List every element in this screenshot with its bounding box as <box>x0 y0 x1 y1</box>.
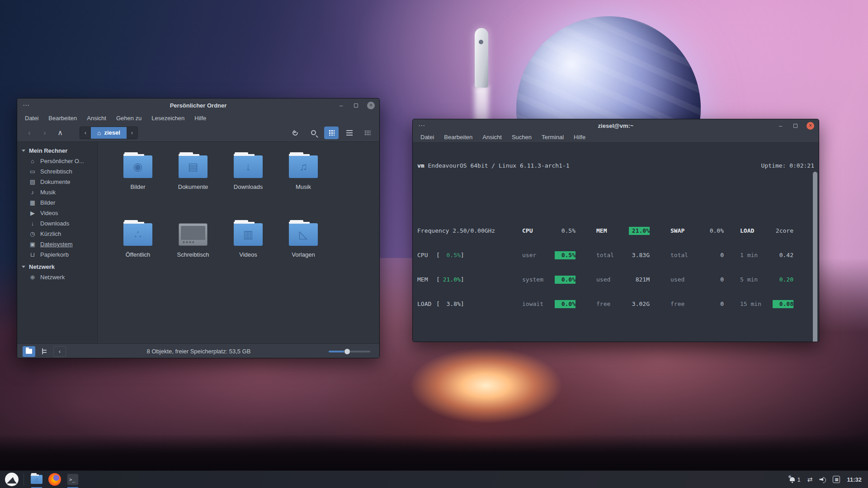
menu-item[interactable]: Terminal <box>538 133 568 141</box>
maximize-button[interactable] <box>792 122 799 130</box>
file-item[interactable]: ↓ Downloads <box>221 151 276 209</box>
sidebar-item[interactable]: ⊔ Papierkorb <box>17 249 97 260</box>
sidebar-item-icon: ▤ <box>29 178 36 185</box>
status-text: 8 Objekte, freier Speicherplatz: 53,5 GB <box>69 348 329 355</box>
window-title: Persönlicher Ordner <box>17 102 379 109</box>
treeview-toggle-button[interactable] <box>38 346 51 357</box>
terminal-titlebar[interactable]: ⋯ ziesel@vm:~ – × <box>413 119 819 132</box>
file-item-label: Videos <box>239 251 257 258</box>
sidebar-item[interactable]: ◷ Kürzlich <box>17 229 97 239</box>
window-menu-icon[interactable]: ⋯ <box>17 101 35 109</box>
minimize-button[interactable]: – <box>777 122 784 130</box>
search-button[interactable] <box>306 127 321 139</box>
menu-item[interactable]: Hilfe <box>570 133 590 141</box>
file-item-label: Dokumente <box>178 183 208 190</box>
home-icon: ⌂ <box>97 129 101 136</box>
taskbar-files-button[interactable]: ⌂ <box>28 471 46 488</box>
menu-item[interactable]: Bearbeiten <box>440 133 476 141</box>
file-item[interactable]: ▥ Videos <box>221 219 276 277</box>
minimize-button[interactable]: – <box>337 102 345 109</box>
sidebar-item[interactable]: ▣ Dateisystem <box>17 239 97 249</box>
hide-sidebar-button[interactable]: ‹ <box>53 346 66 357</box>
network-applet[interactable]: ⇄ <box>807 476 813 483</box>
sidebar-item[interactable]: ⊕ Netzwerk <box>17 272 97 282</box>
terminal-scrollbar[interactable] <box>813 172 817 342</box>
places-toggle-button[interactable] <box>23 346 35 357</box>
forward-button[interactable]: › <box>37 127 52 139</box>
folder-icon <box>26 349 32 354</box>
folder-icon: ♫ <box>289 155 318 178</box>
sidebar-item-label: Schreibtisch <box>40 168 72 175</box>
file-item-label: Downloads <box>234 183 263 190</box>
speaker-icon <box>819 477 826 483</box>
clock[interactable]: 11:32 <box>847 476 862 483</box>
menu-item[interactable]: Datei <box>416 133 438 141</box>
taskbar: ⌂ >_ 1 ⇄ ▦ 11:32 <box>0 470 868 488</box>
maximize-button[interactable] <box>352 102 360 109</box>
window-menu-icon[interactable]: ⋯ <box>413 122 430 130</box>
zoom-slider-knob[interactable] <box>344 348 350 355</box>
menu-item[interactable]: Gehen zu <box>112 114 146 122</box>
menu-item[interactable]: Hilfe <box>190 114 210 122</box>
sidebar-item[interactable]: ↓ Downloads <box>17 218 97 229</box>
volume-applet[interactable] <box>819 477 826 483</box>
file-manager-titlebar[interactable]: ⋯ Persönlicher Ordner – × <box>17 99 379 112</box>
up-button[interactable]: ∧ <box>52 127 68 139</box>
sidebar-item-icon: ▦ <box>29 199 36 206</box>
menu-item[interactable]: Ansicht <box>478 133 506 141</box>
icon-view-button[interactable] <box>324 127 339 139</box>
file-item[interactable]: ∴ Öffentlich <box>110 219 165 277</box>
collapse-triangle-icon <box>22 266 25 268</box>
zoom-slider[interactable] <box>329 351 370 352</box>
sidebar-item-icon: ↓ <box>29 220 36 227</box>
close-button[interactable]: × <box>807 122 814 130</box>
taskbar-terminal-button[interactable]: >_ <box>64 471 82 488</box>
notification-count: 1 <box>797 476 800 483</box>
sidebar-item-icon: ▣ <box>29 241 36 248</box>
back-button[interactable]: ‹ <box>22 127 37 139</box>
menu-item[interactable]: Bearbeiten <box>44 114 81 122</box>
wallpaper-rocket <box>475 28 488 88</box>
menu-item[interactable]: Suchen <box>508 133 536 141</box>
list-view-button[interactable] <box>342 127 357 139</box>
menu-launcher-button[interactable] <box>0 471 24 488</box>
folder-glyph-icon: ♫ <box>289 155 318 178</box>
collapse-triangle-icon <box>22 150 25 152</box>
compact-view-button[interactable] <box>360 127 375 139</box>
folder-glyph-icon: ◺ <box>289 223 318 246</box>
sidebar-item-label: Netzwerk <box>40 274 65 281</box>
menu-item[interactable]: Lesezeichen <box>147 114 189 122</box>
file-manager-sidebar: Mein Rechner ⌂ Persönlicher O... ▭ Schre… <box>17 142 98 343</box>
breadcrumb-left-chevron[interactable]: ‹ <box>80 127 91 139</box>
sidebar-item[interactable]: ▶ Videos <box>17 208 97 218</box>
file-item[interactable]: Schreibtisch <box>165 219 221 277</box>
sidebar-item[interactable]: ⌂ Persönlicher O... <box>17 156 97 166</box>
sidebar-section-network[interactable]: Netzwerk <box>17 262 97 272</box>
menu-item[interactable]: Datei <box>21 114 42 122</box>
file-item[interactable]: ◉ Bilder <box>110 151 165 209</box>
breadcrumb-right-chevron[interactable]: › <box>127 127 137 139</box>
file-item[interactable]: ◺ Vorlagen <box>276 219 331 277</box>
tree-icon <box>41 348 47 354</box>
sidebar-item[interactable]: ▭ Schreibtisch <box>17 166 97 177</box>
file-grid: ◉ Bilder ▤ Dokumente ↓ Downloads <box>98 142 379 343</box>
refresh-button[interactable] <box>288 127 302 139</box>
sidebar-item-label: Musik <box>40 189 56 196</box>
sidebar-item-icon: ⊔ <box>29 251 36 258</box>
taskbar-firefox-button[interactable] <box>46 471 64 488</box>
sidebar-item[interactable]: ▤ Dokumente <box>17 177 97 187</box>
folder-icon: ◉ <box>123 155 152 178</box>
breadcrumb-location[interactable]: ⌂ ziesel <box>91 127 127 139</box>
file-item[interactable]: ♫ Musik <box>276 151 331 209</box>
sidebar-item-label: Videos <box>40 210 58 216</box>
sidebar-item[interactable]: ▦ Bilder <box>17 197 97 208</box>
close-button[interactable]: × <box>367 102 375 109</box>
menu-item[interactable]: Ansicht <box>83 114 110 122</box>
folder-glyph-icon: ◉ <box>123 155 152 178</box>
tray-app-indicator[interactable]: ▦ <box>833 476 840 483</box>
sidebar-section-computer[interactable]: Mein Rechner <box>17 145 97 156</box>
sidebar-item[interactable]: ♪ Musik <box>17 187 97 197</box>
notifications-applet[interactable]: 1 <box>789 476 800 483</box>
file-item[interactable]: ▤ Dokumente <box>165 151 221 209</box>
terminal-content: vm EndeavourOS 64bit / Linux 6.11.3-arch… <box>413 143 819 342</box>
